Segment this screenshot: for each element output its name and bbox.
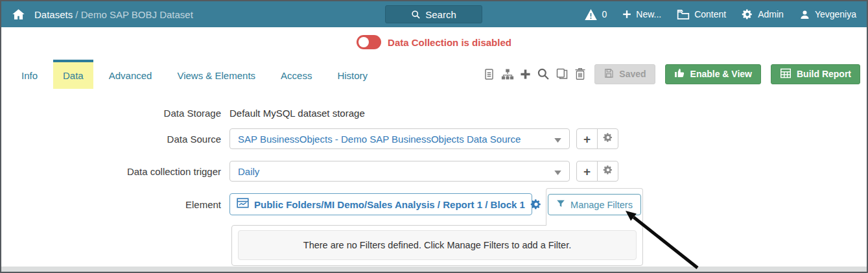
- data-storage-value: Default MySQL dataset storage: [229, 108, 365, 119]
- app-window: Datasets / Demo SAP BOBJ Dataset Search …: [0, 0, 868, 273]
- trigger-row: Data collection trigger Daily +: [1, 161, 618, 182]
- breadcrumb-current: Demo SAP BOBJ Dataset: [81, 9, 193, 20]
- gear-icon: [742, 8, 753, 20]
- build-report-label: Build Report: [797, 69, 851, 79]
- search-icon: [411, 10, 421, 19]
- copy-icon[interactable]: [556, 67, 569, 80]
- tab-views-elements[interactable]: Views & Elements: [167, 60, 265, 89]
- dataset-toolbar: Saved Enable & View Build Report: [483, 64, 860, 84]
- edit-trigger-button[interactable]: [597, 161, 618, 182]
- search-button[interactable]: Search: [385, 5, 482, 23]
- save-icon: [604, 68, 614, 80]
- search-tool-icon[interactable]: [537, 67, 550, 80]
- data-collection-toggle[interactable]: [357, 35, 381, 49]
- data-storage-row: Data Storage Default MySQL dataset stora…: [1, 105, 365, 121]
- warning-icon: [585, 9, 597, 20]
- saved-button: Saved: [594, 64, 655, 84]
- element-label: Element: [1, 199, 229, 210]
- window-bottom-edge: [1, 267, 867, 272]
- add-data-source-button[interactable]: +: [576, 128, 598, 149]
- breadcrumb-separator: /: [73, 9, 81, 20]
- manage-filters-button[interactable]: Manage Filters: [548, 194, 641, 215]
- data-source-select[interactable]: SAP BusinessObjects - Demo SAP BusinessO…: [229, 128, 570, 149]
- enable-view-label: Enable & View: [690, 69, 752, 79]
- plus-icon: [622, 10, 631, 19]
- add-trigger-button[interactable]: +: [576, 161, 598, 182]
- trash-icon[interactable]: [574, 67, 586, 80]
- breadcrumb: Datasets / Demo SAP BOBJ Dataset: [34, 9, 193, 20]
- element-selector[interactable]: Public Folders/MI Demo/Sales Analysis / …: [229, 193, 532, 215]
- filter-funnel-icon: [556, 199, 565, 210]
- user-name-label: Yevgeniya: [815, 9, 856, 19]
- chevron-down-icon: [554, 134, 561, 145]
- edit-data-source-button[interactable]: [597, 128, 618, 149]
- trigger-actions: +: [576, 161, 618, 182]
- chevron-down-icon: [554, 166, 561, 177]
- sitemap-icon[interactable]: [501, 68, 514, 80]
- filters-section: Manage Filters: [546, 188, 643, 226]
- filters-empty-message-box: There are no Filters defined. Click Mana…: [238, 230, 637, 260]
- tab-advanced[interactable]: Advanced: [99, 60, 162, 89]
- trigger-value: Daily: [238, 166, 259, 177]
- search-label: Search: [425, 9, 456, 20]
- content-menu-label: Content: [694, 9, 726, 19]
- tab-data[interactable]: Data: [53, 60, 93, 89]
- content-menu[interactable]: Content: [677, 9, 726, 20]
- data-collection-message: Data Collection is disabled: [388, 37, 511, 48]
- user-icon: [799, 9, 810, 20]
- saved-button-label: Saved: [619, 69, 646, 79]
- data-source-actions: +: [576, 128, 618, 149]
- folder-icon: [677, 9, 690, 20]
- document-icon[interactable]: [483, 68, 495, 80]
- enable-view-button[interactable]: Enable & View: [665, 64, 761, 84]
- admin-menu-label: Admin: [758, 9, 784, 19]
- alerts-count: 0: [602, 9, 607, 19]
- new-menu-label: New...: [636, 9, 661, 19]
- element-gear-icon[interactable]: [530, 198, 542, 210]
- gear-icon: [603, 165, 613, 178]
- data-collection-banner: Data Collection is disabled: [1, 27, 867, 57]
- trigger-label: Data collection trigger: [1, 166, 229, 177]
- gear-icon: [603, 132, 613, 145]
- data-source-value: SAP BusinessObjects - Demo SAP BusinessO…: [238, 134, 521, 145]
- add-icon[interactable]: [520, 69, 531, 80]
- tab-info[interactable]: Info: [12, 60, 47, 89]
- report-table-icon: [780, 68, 792, 80]
- data-source-label: Data Source: [1, 134, 229, 145]
- plus-icon: +: [583, 133, 591, 145]
- filters-empty-message: There are no Filters defined. Click Mana…: [303, 240, 571, 250]
- filters-panel: There are no Filters defined. Click Mana…: [231, 225, 643, 266]
- home-icon[interactable]: [12, 8, 25, 21]
- data-storage-label: Data Storage: [1, 108, 229, 119]
- new-menu[interactable]: New...: [622, 9, 661, 19]
- element-report-icon: [237, 198, 249, 211]
- trigger-select[interactable]: Daily: [229, 161, 570, 182]
- admin-menu[interactable]: Admin: [742, 8, 784, 20]
- element-value: Public Folders/MI Demo/Sales Analysis / …: [254, 199, 525, 210]
- breadcrumb-section[interactable]: Datasets: [34, 9, 73, 20]
- header-right-nav: 0 New... Content Admin: [585, 1, 856, 27]
- manage-filters-label: Manage Filters: [570, 200, 633, 210]
- thumbs-up-icon: [674, 67, 685, 80]
- user-menu[interactable]: Yevgeniya: [799, 9, 856, 20]
- data-source-row: Data Source SAP BusinessObjects - Demo S…: [1, 128, 618, 149]
- tab-bar: Info Data Advanced Views & Elements Acce…: [12, 60, 377, 89]
- tab-access[interactable]: Access: [271, 60, 322, 89]
- tab-history[interactable]: History: [327, 60, 377, 89]
- plus-icon: +: [583, 165, 591, 178]
- build-report-button[interactable]: Build Report: [771, 64, 860, 84]
- element-row: Element Public Folders/MI Demo/Sales Ana…: [1, 193, 532, 215]
- alerts-indicator[interactable]: 0: [585, 9, 607, 20]
- top-nav-bar: Datasets / Demo SAP BOBJ Dataset Search …: [1, 1, 867, 27]
- toggle-knob: [358, 37, 369, 47]
